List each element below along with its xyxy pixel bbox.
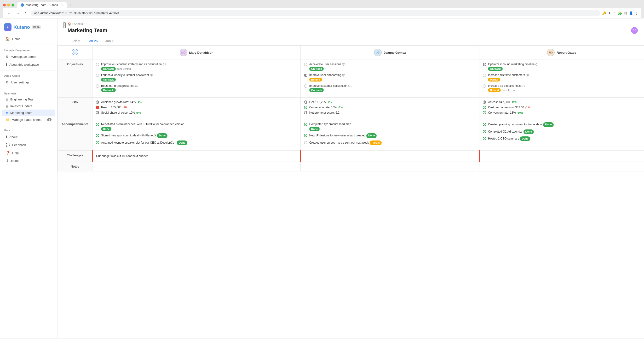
objective-circle bbox=[96, 84, 99, 88]
browser-tabs: Marketing Team - Kutano ✕ + bbox=[3, 2, 641, 8]
kpi-icon-half bbox=[304, 111, 308, 114]
cell-joanne-kpis: DAU: 13,225 ↑2% ✓ Conversion rate: 14% ↑… bbox=[300, 98, 479, 119]
main-content: ‹ 🏠 / Sheets / Marketing Team DA bbox=[58, 19, 644, 338]
kpi-icon-half bbox=[483, 101, 486, 104]
objective-circle bbox=[304, 63, 308, 66]
beta-badge: BETA bbox=[32, 26, 41, 29]
cell-mary-accomplishments: Negotiated preliminary deal with FutureC… bbox=[92, 119, 300, 151]
workspace-admin-label: Workspace admin bbox=[11, 55, 36, 59]
table-row-challenges: Challenges Our budget was cut 10% for ne… bbox=[58, 150, 644, 162]
help-label: Help bbox=[12, 151, 19, 155]
table-header-row: ⊕ MD Mary Donaldson JG Joanne Gomez bbox=[58, 46, 644, 60]
star-icon[interactable]: ☆ bbox=[613, 11, 616, 15]
list-item: Improve our content strategy and its dis… bbox=[96, 62, 297, 71]
tab-close-btn[interactable]: ✕ bbox=[61, 4, 64, 7]
maximize-window-btn[interactable] bbox=[12, 4, 14, 7]
back-nav-btn[interactable]: ← bbox=[6, 11, 12, 16]
browser-chrome: Marketing Team - Kutano ✕ + ← → ↻ 🔑 ⬆ ☆ … bbox=[0, 0, 644, 19]
sidebar-item-about-workspace[interactable]: ℹ About this workspace bbox=[2, 61, 55, 68]
list-item: Optimize inbound marketing pipeline Q1 O… bbox=[483, 62, 640, 71]
kpi-icon-red bbox=[96, 106, 99, 109]
list-item: Signed new sponsorship deal with Planet … bbox=[96, 133, 297, 138]
cell-robert-kpis: Ad cost: $47,500 ↑12% ✓ Cost per convers… bbox=[480, 98, 644, 119]
breadcrumb: 🏠 / Sheets / bbox=[68, 22, 638, 26]
add-column-btn[interactable]: ⊕ bbox=[72, 49, 78, 55]
about-workspace-label: About this workspace bbox=[9, 63, 39, 66]
kpi-icon-half bbox=[304, 101, 308, 104]
list-item: Improve customer satisfaction Q1 On trac… bbox=[304, 84, 476, 92]
row-label-accomplishments: Accomplishments bbox=[58, 119, 92, 151]
sidebar-item-home[interactable]: 🏠 Home bbox=[2, 35, 55, 43]
sidebar-item-engineering[interactable]: ▦ Engineering Team bbox=[2, 96, 55, 103]
forward-nav-btn[interactable]: → bbox=[14, 11, 21, 16]
tag-partial: Partial bbox=[370, 141, 382, 145]
kpi-icon-check: ✓ bbox=[304, 106, 308, 109]
sidebar-item-manage-sheets[interactable]: 📁 Manage status sheets 3 bbox=[2, 116, 55, 123]
tag-on-track: On track bbox=[309, 88, 324, 92]
home-breadcrumb[interactable]: 🏠 bbox=[68, 22, 71, 26]
row-label-objectives: Objectives bbox=[58, 60, 92, 98]
sidebar-item-workspace-admin[interactable]: ⚙ Workspace admin bbox=[2, 53, 55, 60]
sheets-breadcrumb[interactable]: Sheets bbox=[74, 22, 83, 26]
browser-controls: ← → ↻ 🔑 ⬆ ☆ 🧩 ▤ 👤 ⋮ bbox=[3, 8, 641, 19]
sidebar-item-about[interactable]: ℹ About bbox=[2, 133, 55, 141]
menu-icon[interactable]: ⋮ bbox=[635, 11, 638, 15]
user-avatar-da: DA bbox=[630, 27, 638, 34]
marketing-team-label: Marketing Team bbox=[10, 111, 32, 115]
about-label: About bbox=[9, 135, 18, 139]
sidebar-item-marketing[interactable]: ▦ Marketing Team bbox=[2, 110, 55, 116]
sidebar-toggle-icon[interactable]: ▤ bbox=[624, 11, 627, 15]
sidebar-item-investor[interactable]: ▦ Investor Update bbox=[2, 103, 55, 109]
close-window-btn[interactable] bbox=[3, 4, 6, 7]
kpi-icon-check: ✓ bbox=[483, 106, 486, 109]
sidebar-divider-1 bbox=[0, 45, 57, 45]
tab-title: Marketing Team - Kutano bbox=[26, 3, 58, 7]
objective-circle bbox=[483, 74, 486, 77]
avatar-group: DA bbox=[630, 27, 638, 34]
check-circle-icon bbox=[483, 137, 486, 140]
table-row-notes: Notes bbox=[58, 162, 644, 171]
cell-joanne-notes bbox=[300, 162, 479, 171]
sidebar-divider-2 bbox=[0, 70, 57, 71]
app-layout: ✦ Kutano BETA 🏠 Home Example Corporation… bbox=[0, 19, 644, 338]
back-button[interactable]: ‹ bbox=[63, 22, 66, 28]
tag-done: Done bbox=[366, 133, 377, 138]
browser-action-icons: 🔑 ⬆ ☆ 🧩 ▤ 👤 ⋮ bbox=[602, 11, 638, 15]
reload-btn[interactable]: ↻ bbox=[23, 11, 29, 16]
sidebar-item-user-settings[interactable]: ⚙ User settings bbox=[2, 78, 55, 86]
tag-on-track: On track bbox=[101, 78, 116, 82]
minus-circle-icon bbox=[304, 141, 308, 144]
tag-done: Done bbox=[520, 136, 530, 141]
profile-icon[interactable]: 👤 bbox=[629, 11, 633, 15]
minimize-window-btn[interactable] bbox=[7, 4, 10, 7]
objective-circle bbox=[483, 84, 486, 88]
sidebar-item-feedback[interactable]: 💬 Feedback bbox=[2, 141, 55, 149]
sheet-table-container: ⊕ MD Mary Donaldson JG Joanne Gomez bbox=[58, 46, 644, 171]
sidebar-item-install[interactable]: ⬇ Install bbox=[2, 157, 55, 164]
tab-feb2[interactable]: Feb 2 bbox=[68, 37, 84, 45]
logo-text: Kutano bbox=[14, 25, 30, 30]
col-name-mary: Mary Donaldson bbox=[189, 51, 214, 55]
objective-circle bbox=[96, 74, 99, 77]
col-name-joanne: Joanne Gomez bbox=[384, 51, 406, 55]
browser-tab-active[interactable]: Marketing Team - Kutano ✕ bbox=[17, 2, 67, 8]
extensions-icon[interactable]: 🧩 bbox=[618, 11, 622, 15]
list-item: ✓ Cost per conversion: $32.60 ↓2% bbox=[483, 106, 640, 109]
address-bar[interactable] bbox=[31, 10, 600, 16]
check-circle-icon bbox=[96, 123, 99, 126]
row-label-challenges: Challenges bbox=[58, 150, 92, 162]
share-icon: ⬆ bbox=[608, 11, 611, 15]
cell-joanne-accomplishments: Completed Q2 product road map Done New U… bbox=[300, 119, 479, 151]
tab-jan19[interactable]: Jan 19 bbox=[102, 37, 119, 45]
tab-jan26[interactable]: Jan 26 bbox=[84, 37, 102, 45]
new-tab-btn[interactable]: + bbox=[68, 2, 74, 8]
cell-mary-challenges: Our budget was cut 10% for next quarter bbox=[92, 150, 300, 162]
gear-icon-workspace: ⚙ bbox=[6, 55, 9, 59]
table-row-kpis: KPIs Audience growth rate: 14% ↑4% Reach… bbox=[58, 98, 644, 119]
tag-partial: Partial bbox=[488, 78, 500, 82]
home-icon: 🏠 bbox=[6, 37, 10, 41]
investor-update-label: Investor Update bbox=[10, 104, 32, 108]
feedback-label: Feedback bbox=[12, 143, 26, 147]
sidebar-item-help[interactable]: ❓ Help bbox=[2, 149, 55, 157]
row-label-notes: Notes bbox=[58, 162, 92, 171]
